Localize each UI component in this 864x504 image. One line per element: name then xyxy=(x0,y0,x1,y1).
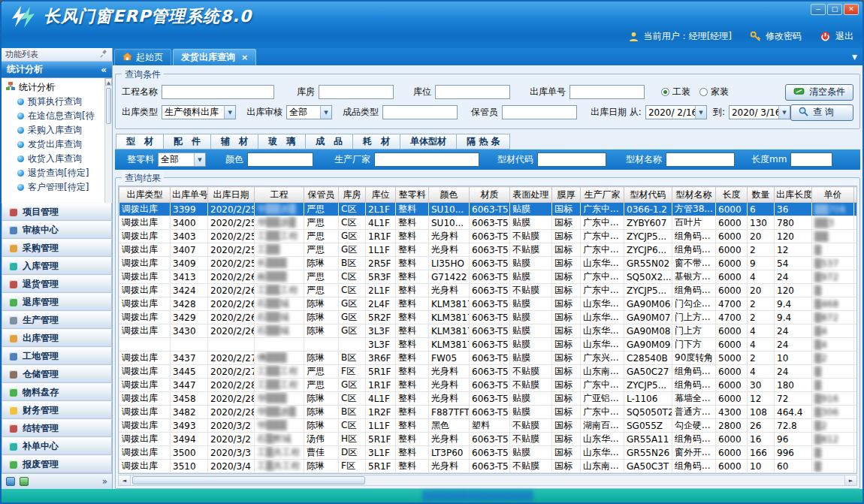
cell[interactable]: 调拨出库 xyxy=(119,270,171,284)
cell[interactable]: 0 xyxy=(854,243,858,257)
cell[interactable]: SG055Z xyxy=(624,419,672,433)
cell[interactable]: 6000 xyxy=(716,203,748,216)
cell[interactable]: 4 xyxy=(748,270,775,284)
sidebar-module[interactable]: 物料盘存 xyxy=(2,383,112,401)
whole-part-select[interactable]: 全部 ▼ xyxy=(158,152,206,167)
cell[interactable]: 9 xyxy=(748,257,775,270)
cell[interactable]: 5R2F xyxy=(366,311,396,324)
radio-workwear[interactable]: 工装 xyxy=(661,86,690,98)
cell[interactable]: 326 xyxy=(854,311,858,324)
cell[interactable]: 山东华... xyxy=(581,257,624,270)
cell[interactable]: SU10... xyxy=(429,203,470,216)
cell[interactable]: ▒972 xyxy=(812,270,854,284)
cell[interactable]: 216 xyxy=(854,352,858,365)
cell[interactable]: SQ5050T20 xyxy=(624,406,672,419)
cell[interactable]: 6063-T5 xyxy=(470,324,510,338)
dropdown-arrow-icon[interactable]: ▼ xyxy=(320,106,331,119)
cell[interactable]: F887TFT xyxy=(429,406,470,419)
sidebar-module[interactable]: 报废管理 xyxy=(2,455,112,473)
material-tab[interactable]: 辅 材 xyxy=(211,134,258,149)
cell[interactable]: 整料 xyxy=(396,473,429,475)
cell[interactable]: G区 xyxy=(339,297,366,311)
cell[interactable]: 门上方 xyxy=(672,324,716,338)
cell[interactable]: ▒ xyxy=(812,243,854,257)
cell[interactable]: 3494 xyxy=(171,433,208,446)
cell[interactable]: 石▒▒城 xyxy=(255,297,304,311)
cell[interactable]: 广东中... xyxy=(581,230,624,243)
cell[interactable]: ▒ xyxy=(812,379,854,392)
table-row[interactable]: 调拨出库34292020/2/26石▒▒城陈琳G区5R2F整料KLM381760… xyxy=(119,311,858,324)
cell[interactable]: 山东华... xyxy=(581,311,624,324)
cell[interactable]: AN50X92Z xyxy=(624,473,672,475)
cell[interactable]: 陈琳 xyxy=(304,352,339,365)
cell[interactable]: 2 xyxy=(748,243,775,257)
cell[interactable]: 广亚铝... xyxy=(581,392,624,406)
column-header[interactable]: 出库长度 xyxy=(775,187,812,203)
cell[interactable]: 6000 xyxy=(716,473,748,475)
material-tab[interactable]: 玻 璃 xyxy=(258,134,306,149)
cell[interactable]: 陈琳 xyxy=(304,460,339,473)
keeper-input[interactable] xyxy=(502,105,577,119)
cell[interactable]: 6000 xyxy=(716,324,748,338)
cell[interactable]: 整料 xyxy=(396,379,429,392)
tree-item[interactable]: 在途信息查询[待 xyxy=(6,109,103,123)
cell[interactable]: 2L4F xyxy=(366,297,396,311)
cell[interactable]: 贴膜 xyxy=(510,392,552,406)
cell[interactable]: 6000 xyxy=(716,216,748,230)
cell[interactable]: 2020/2/28 xyxy=(208,379,255,392)
cell[interactable]: 6000 xyxy=(716,257,748,270)
cell[interactable]: 窗不带... xyxy=(672,257,716,270)
cell[interactable]: 5R1F xyxy=(366,365,396,379)
cell[interactable]: 工▒▒工程 xyxy=(255,284,304,297)
cell[interactable]: 整料 xyxy=(396,216,429,230)
cell[interactable]: 贴膜 xyxy=(510,216,552,230)
cell[interactable]: 12 xyxy=(775,243,812,257)
cell[interactable]: ZYCJP6... xyxy=(624,243,672,257)
sidebar-section-header[interactable]: 统计分析 « xyxy=(2,62,112,78)
column-header[interactable]: 出库日期 xyxy=(208,187,255,203)
tree-item[interactable]: 发货出库查询 xyxy=(6,137,103,152)
cell[interactable]: 调拨出库 xyxy=(119,379,171,392)
tab-overflow-icon[interactable]: ▼ xyxy=(852,53,857,61)
cell[interactable]: 不贴膜 xyxy=(510,419,552,433)
cell[interactable]: ▒872 xyxy=(812,311,854,324)
cell[interactable]: 464.4 xyxy=(775,406,812,419)
cell[interactable]: 3500 xyxy=(171,446,208,460)
cell[interactable]: 调拨出库 xyxy=(119,433,171,446)
cell[interactable]: 国标 xyxy=(552,473,581,475)
tree-item[interactable]: 采购入库查询 xyxy=(6,123,103,137)
cell[interactable]: C区 xyxy=(339,392,366,406)
cell[interactable]: 0 xyxy=(854,460,858,473)
cell[interactable]: 整料 xyxy=(396,460,429,473)
cell[interactable]: C区 xyxy=(339,419,366,433)
cell[interactable]: C区 xyxy=(339,284,366,297)
cell[interactable]: 国标 xyxy=(552,257,581,270)
column-header[interactable]: 金 xyxy=(854,187,858,203)
cell[interactable]: 0 xyxy=(854,365,858,379)
cell[interactable]: 166 xyxy=(748,446,775,460)
cell[interactable]: 24 xyxy=(775,338,812,352)
cell[interactable]: 调拨出库 xyxy=(119,203,171,216)
cell[interactable]: 30 xyxy=(748,379,775,392)
cell[interactable]: 调拨出库 xyxy=(119,311,171,324)
cell[interactable]: 2020/2/28 xyxy=(208,406,255,419)
cell[interactable]: C28540B xyxy=(624,352,672,365)
table-row[interactable]: 调拨出库35102020/3/4工▒共工程陈琳F区5R1F整料光身料6063-T… xyxy=(119,460,858,473)
cell[interactable]: L型角... xyxy=(672,473,716,475)
cell[interactable]: 国标 xyxy=(552,203,581,216)
cell[interactable]: 不贴膜 xyxy=(510,284,552,297)
cell[interactable]: 国标 xyxy=(552,243,581,257)
cell[interactable]: 组角码... xyxy=(672,460,716,473)
cell[interactable]: 广东中... xyxy=(581,473,624,475)
cell[interactable]: 12 xyxy=(748,392,775,406)
cell[interactable]: 组角码... xyxy=(672,379,716,392)
cell[interactable]: 国标 xyxy=(552,392,581,406)
cell[interactable]: 光身料 xyxy=(429,392,470,406)
cell[interactable]: 2020/3/2 xyxy=(208,433,255,446)
cell[interactable]: 广东中... xyxy=(581,203,624,216)
cell[interactable]: 门下方 xyxy=(672,338,716,352)
cell[interactable]: 华▒▒▒ xyxy=(255,392,304,406)
cell[interactable]: 不贴膜 xyxy=(510,473,552,475)
date-to-picker[interactable]: 2020/ 3/16 ▼ xyxy=(729,105,790,119)
cell[interactable]: 6063-T5 xyxy=(470,203,510,216)
